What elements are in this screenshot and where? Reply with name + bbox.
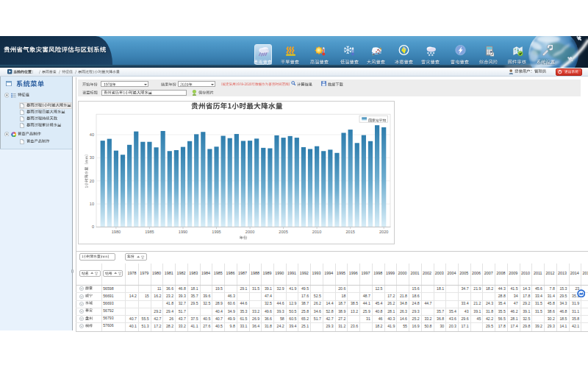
svg-text:0: 0 [92,224,94,229]
svg-text:10: 10 [90,202,94,206]
svg-text:1995: 1995 [212,230,220,234]
svg-text:1985: 1985 [145,230,154,234]
svg-text:2005: 2005 [279,230,287,234]
svg-text:1980: 1980 [112,230,121,234]
svg-text:20: 20 [90,179,94,183]
svg-text:2020: 2020 [379,230,388,234]
svg-text:2015: 2015 [345,230,354,234]
svg-text:2000: 2000 [245,230,254,234]
svg-text:1990: 1990 [179,230,187,234]
svg-text:2010: 2010 [312,230,321,234]
svg-text:30: 30 [90,155,94,160]
svg-text:40: 40 [90,132,94,137]
